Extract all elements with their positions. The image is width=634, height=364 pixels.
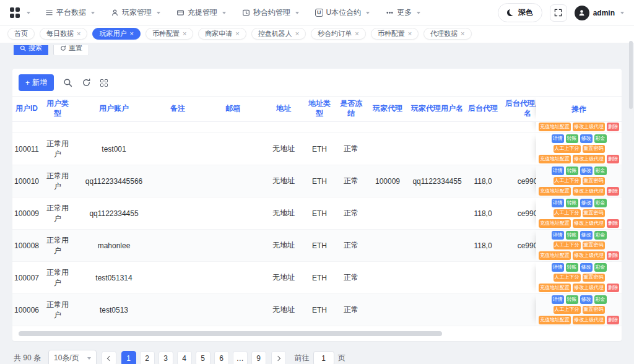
action-manual-adjust[interactable]: 人工上下分 — [554, 306, 581, 314]
tab-币种配置[interactable]: 币种配置× — [145, 28, 193, 40]
page-size-select[interactable]: 10条/页 — [48, 350, 97, 364]
tab-币种配置[interactable]: 币种配置× — [371, 28, 419, 40]
action-detail[interactable]: 详情 — [552, 295, 564, 303]
dark-mode-toggle[interactable]: 深色 — [498, 3, 542, 22]
page-button-9[interactable]: 9 — [251, 351, 266, 364]
action-change-parent-agent[interactable]: 修改上级代理 — [573, 123, 605, 131]
tab-秒合约订单[interactable]: 秒合约订单× — [311, 28, 365, 40]
action-change-parent-agent[interactable]: 修改上级代理 — [573, 251, 605, 259]
next-page-button[interactable] — [271, 351, 286, 364]
nav-seconds-contract[interactable]: 秒合约管理 — [242, 7, 299, 18]
column-settings-button[interactable] — [100, 79, 108, 87]
action-manual-adjust[interactable]: 人工上下分 — [554, 177, 581, 185]
action-transfer[interactable]: 转账 — [566, 231, 578, 239]
page-button-5[interactable]: 5 — [196, 351, 211, 364]
page-button-6[interactable]: 6 — [214, 351, 229, 364]
table-search-toggle[interactable] — [63, 78, 72, 87]
action-transfer[interactable]: 转账 — [566, 263, 578, 271]
action-delete[interactable]: 删除 — [607, 316, 619, 324]
action-edit[interactable]: 修改 — [580, 199, 593, 207]
action-reset-password[interactable]: 重置密码 — [583, 274, 605, 282]
nav-recharge-management[interactable]: 充提管理 — [176, 7, 226, 18]
window-scrollbar[interactable] — [629, 41, 633, 109]
goto-page-input[interactable] — [313, 351, 334, 364]
page-button-3[interactable]: 3 — [158, 351, 173, 364]
action-change-parent-agent[interactable]: 修改上级代理 — [573, 284, 605, 292]
action-reset-password[interactable]: 重置密码 — [583, 177, 605, 185]
action-bonus[interactable]: 彩金 — [594, 231, 607, 239]
page-button-1[interactable]: 1 — [121, 351, 136, 364]
action-detail[interactable]: 详情 — [552, 167, 564, 175]
close-icon[interactable]: × — [235, 30, 239, 37]
action-detail[interactable]: 详情 — [552, 231, 564, 239]
page-button-4[interactable]: 4 — [177, 351, 192, 364]
action-detail[interactable]: 详情 — [552, 263, 564, 271]
action-manual-adjust[interactable]: 人工上下分 — [554, 241, 581, 249]
scrollbar-thumb[interactable] — [19, 331, 442, 336]
fullscreen-button[interactable] — [550, 4, 567, 22]
action-transfer[interactable]: 转账 — [566, 167, 578, 175]
action-deposit-address-config[interactable]: 充值地址配置 — [539, 219, 571, 227]
action-delete[interactable]: 删除 — [607, 123, 619, 131]
close-icon[interactable]: × — [183, 30, 186, 37]
nav-u-contract[interactable]: U U本位合约 — [315, 7, 370, 18]
horizontal-scrollbar[interactable] — [19, 331, 615, 336]
action-deposit-address-config[interactable]: 充值地址配置 — [539, 316, 571, 324]
reset-button[interactable]: 重置 — [53, 45, 89, 55]
action-bonus[interactable]: 彩金 — [594, 199, 607, 207]
action-change-parent-agent[interactable]: 修改上级代理 — [573, 187, 605, 195]
tab-每日数据[interactable]: 每日数据× — [40, 28, 87, 40]
close-icon[interactable]: × — [129, 30, 133, 37]
action-change-parent-agent[interactable]: 修改上级代理 — [573, 316, 605, 324]
action-transfer[interactable]: 转账 — [566, 199, 578, 207]
tab-控盘机器人[interactable]: 控盘机器人× — [251, 28, 306, 40]
action-reset-password[interactable]: 重置密码 — [583, 241, 605, 249]
action-edit[interactable]: 修改 — [580, 231, 593, 239]
action-change-parent-agent[interactable]: 修改上级代理 — [573, 155, 605, 163]
action-bonus[interactable]: 彩金 — [594, 134, 607, 142]
action-reset-password[interactable]: 重置密码 — [583, 209, 605, 217]
action-transfer[interactable]: 转账 — [566, 295, 578, 303]
action-deposit-address-config[interactable]: 充值地址配置 — [539, 123, 571, 131]
prev-page-button[interactable] — [102, 351, 116, 364]
action-delete[interactable]: 删除 — [607, 219, 619, 227]
action-detail[interactable]: 详情 — [552, 134, 564, 142]
add-button[interactable]: + 新增 — [19, 74, 54, 91]
close-icon[interactable]: × — [408, 30, 412, 37]
action-bonus[interactable]: 彩金 — [594, 263, 607, 271]
action-edit[interactable]: 修改 — [580, 295, 593, 303]
action-manual-adjust[interactable]: 人工上下分 — [554, 145, 581, 153]
page-button-2[interactable]: 2 — [140, 351, 155, 364]
action-bonus[interactable]: 彩金 — [594, 295, 607, 303]
action-manual-adjust[interactable]: 人工上下分 — [554, 209, 581, 217]
action-edit[interactable]: 修改 — [580, 263, 593, 271]
tab-商家申请[interactable]: 商家申请× — [198, 28, 246, 40]
close-icon[interactable]: × — [295, 30, 299, 37]
action-edit[interactable]: 修改 — [580, 134, 593, 142]
close-icon[interactable]: × — [461, 30, 464, 37]
action-reset-password[interactable]: 重置密码 — [583, 306, 605, 314]
action-edit[interactable]: 修改 — [580, 167, 593, 175]
action-deposit-address-config[interactable]: 充值地址配置 — [539, 251, 571, 259]
page-ellipsis[interactable]: … — [233, 351, 248, 364]
action-change-parent-agent[interactable]: 修改上级代理 — [573, 219, 605, 227]
action-bonus[interactable]: 彩金 — [594, 167, 607, 175]
nav-player-management[interactable]: 玩家管理 — [111, 7, 160, 18]
action-delete[interactable]: 删除 — [607, 251, 619, 259]
action-deposit-address-config[interactable]: 充值地址配置 — [539, 187, 571, 195]
action-reset-password[interactable]: 重置密码 — [583, 145, 605, 153]
search-button[interactable]: 搜索 — [14, 45, 48, 55]
action-manual-adjust[interactable]: 人工上下分 — [554, 274, 581, 282]
action-delete[interactable]: 删除 — [607, 284, 619, 292]
action-deposit-address-config[interactable]: 充值地址配置 — [539, 155, 571, 163]
action-delete[interactable]: 删除 — [607, 187, 619, 195]
table-refresh-button[interactable] — [82, 78, 91, 87]
action-deposit-address-config[interactable]: 充值地址配置 — [539, 284, 571, 292]
user-menu[interactable]: admin — [575, 6, 624, 20]
nav-platform-data[interactable]: 平台数据 — [45, 7, 95, 18]
action-delete[interactable]: 删除 — [607, 155, 619, 163]
close-icon[interactable]: × — [77, 30, 80, 37]
app-logo[interactable] — [10, 7, 30, 19]
tab-代理数据[interactable]: 代理数据× — [423, 28, 471, 40]
action-transfer[interactable]: 转账 — [566, 134, 578, 142]
